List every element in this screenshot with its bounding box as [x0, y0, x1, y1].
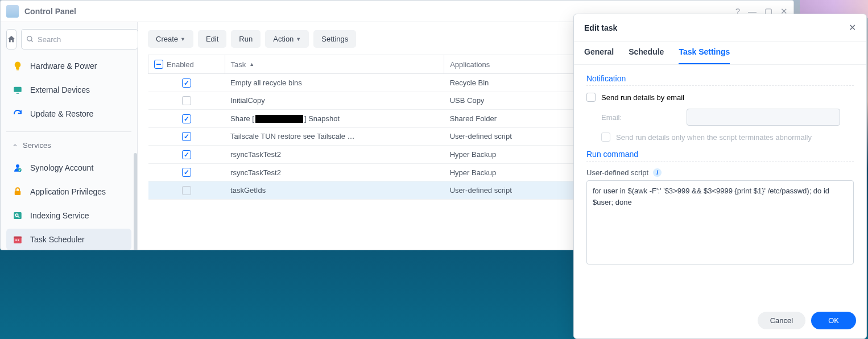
row-enabled-checkbox[interactable]	[182, 168, 191, 177]
chevron-up-icon	[12, 142, 18, 148]
info-icon[interactable]: i	[653, 168, 662, 177]
row-enabled-checkbox[interactable]	[182, 150, 191, 159]
only-abnormal-label: Send run details only when the script te…	[616, 133, 812, 142]
sidebar-item-application-privileges[interactable]: Application Privileges	[6, 181, 131, 202]
sidebar-item-label: Hardware & Power	[30, 61, 97, 71]
cell-task: taskGetIds	[225, 181, 444, 200]
sidebar-item-external-devices[interactable]: External Devices	[6, 79, 131, 101]
dialog-close-icon[interactable]: ✕	[849, 22, 856, 33]
svg-rect-3	[14, 87, 22, 92]
cell-application: User-defined script	[444, 127, 579, 146]
script-label: User-defined script	[586, 168, 648, 177]
svg-line-1	[31, 40, 33, 42]
cell-task: rsyncTaskTest2	[225, 146, 444, 164]
refresh-icon	[12, 108, 23, 119]
header-checkbox[interactable]	[154, 60, 163, 69]
svg-rect-14	[18, 239, 19, 241]
sidebar-item-label: Indexing Service	[30, 211, 89, 220]
home-button[interactable]	[6, 29, 16, 49]
cell-task: rsyncTaskTest2	[225, 163, 444, 181]
action-button[interactable]: Action▼	[265, 30, 309, 48]
tab-task-settings[interactable]: Task Settings	[679, 42, 730, 64]
ok-button[interactable]: OK	[811, 312, 856, 329]
cell-task: Tailscale TUN restore see Tailscale …	[225, 127, 444, 146]
section-notification: Notification	[586, 74, 854, 86]
col-header-applications[interactable]: Applications	[444, 55, 579, 74]
sidebar-scrollbar[interactable]	[134, 153, 137, 250]
svg-rect-12	[14, 237, 22, 238]
row-enabled-checkbox[interactable]	[182, 114, 191, 123]
section-label: Services	[23, 141, 51, 150]
cancel-button[interactable]: Cancel	[758, 312, 805, 329]
cell-application: Hyper Backup	[444, 163, 579, 181]
sidebar-item-hardware-power[interactable]: Hardware & Power	[6, 55, 131, 77]
only-abnormal-checkbox	[601, 133, 610, 142]
cell-task: Share [] Snapshot	[225, 110, 444, 128]
col-header-task[interactable]: Task▲	[225, 55, 444, 74]
svg-rect-13	[15, 239, 16, 241]
sidebar-item-label: Synology Account	[30, 163, 93, 172]
cell-application: Hyper Backup	[444, 146, 579, 164]
svg-point-5	[16, 164, 19, 168]
edit-button[interactable]: Edit	[198, 30, 226, 48]
send-email-label: Send run details by email	[601, 93, 684, 102]
tab-schedule[interactable]: Schedule	[629, 42, 664, 64]
lock-icon	[12, 186, 23, 197]
sidebar-item-indexing-service[interactable]: Indexing Service	[6, 205, 131, 226]
external-devices-icon	[12, 84, 23, 96]
script-textarea[interactable]	[586, 180, 854, 264]
row-enabled-checkbox[interactable]	[182, 186, 191, 195]
sidebar-item-update-restore[interactable]: Update & Restore	[6, 103, 131, 125]
run-button[interactable]: Run	[231, 30, 261, 48]
search-icon	[26, 35, 34, 43]
account-icon	[12, 162, 23, 173]
svg-rect-7	[15, 191, 21, 196]
row-enabled-checkbox[interactable]	[182, 78, 191, 88]
sidebar-item-task-scheduler[interactable]: Task Scheduler	[6, 229, 131, 250]
edit-task-dialog: Edit task ✕ General Schedule Task Settin…	[573, 14, 867, 339]
index-icon	[12, 210, 23, 221]
sidebar-item-label: External Devices	[30, 85, 90, 94]
row-enabled-checkbox[interactable]	[182, 132, 191, 141]
svg-point-0	[27, 36, 32, 41]
email-label: Email:	[601, 113, 681, 122]
cell-application: Shared Folder	[444, 110, 579, 128]
send-email-checkbox[interactable]	[586, 93, 596, 102]
row-enabled-checkbox[interactable]	[182, 96, 191, 105]
dialog-tabs: General Schedule Task Settings	[574, 42, 866, 65]
cell-application: User-defined script	[444, 181, 579, 200]
app-icon	[6, 5, 19, 18]
svg-rect-4	[16, 93, 19, 94]
sort-asc-icon: ▲	[249, 61, 254, 67]
cell-application: USB Copy	[444, 92, 579, 110]
sidebar-section-services[interactable]: Services	[6, 131, 131, 155]
search-input[interactable]	[38, 35, 133, 44]
home-icon	[7, 35, 16, 44]
sidebar-item-label: Update & Restore	[30, 109, 93, 118]
sidebar-item-label: Application Privileges	[30, 187, 106, 196]
dialog-title: Edit task	[584, 23, 617, 32]
tab-general[interactable]: General	[584, 42, 614, 64]
sidebar: Hardware & Power External Devices Update…	[1, 22, 138, 250]
cell-application: Recycle Bin	[444, 74, 579, 92]
sidebar-item-label: Task Scheduler	[30, 235, 85, 244]
cell-task: InitialCopy	[225, 92, 444, 110]
section-run-command: Run command	[586, 150, 854, 162]
cell-task: Empty all recycle bins	[225, 74, 444, 92]
svg-rect-2	[16, 69, 19, 71]
email-field[interactable]	[687, 109, 840, 126]
col-header-enabled[interactable]: Enabled	[148, 55, 225, 74]
bulb-icon	[12, 60, 23, 72]
chevron-down-icon: ▼	[180, 36, 185, 42]
sidebar-item-synology-account[interactable]: Synology Account	[6, 157, 131, 179]
calendar-icon	[12, 234, 23, 245]
search-input-wrap[interactable]	[21, 29, 138, 49]
create-button[interactable]: Create▼	[148, 30, 193, 48]
chevron-down-icon: ▼	[296, 36, 301, 42]
settings-button[interactable]: Settings	[313, 30, 356, 48]
